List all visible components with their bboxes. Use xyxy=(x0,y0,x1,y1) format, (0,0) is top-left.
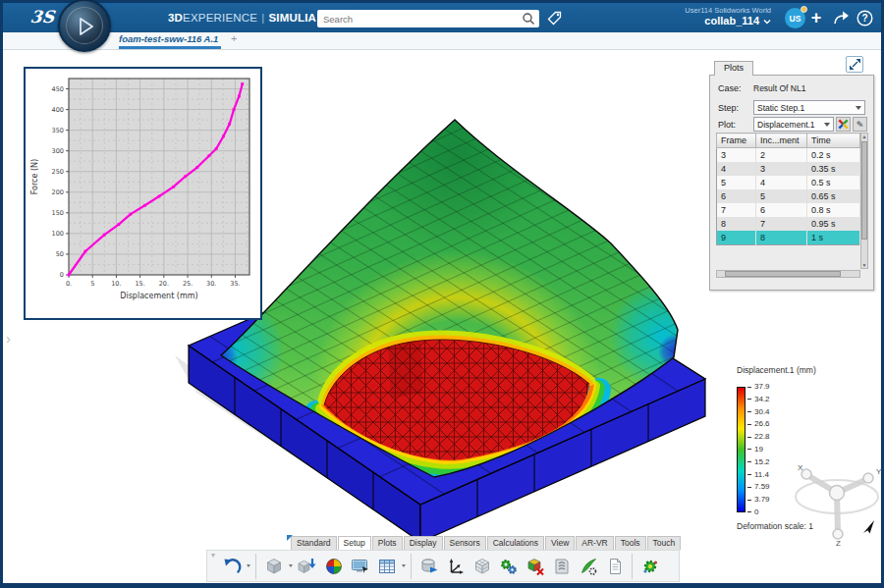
field-data-button[interactable] xyxy=(548,553,575,579)
ribbon-tab-sensors[interactable]: Sensors xyxy=(444,536,486,550)
ribbon-tab-ar-vr[interactable]: AR-VR xyxy=(576,536,613,550)
frame-cell: 8 xyxy=(756,231,807,245)
plots-panel-tab[interactable]: Plots xyxy=(714,61,753,76)
colorbar xyxy=(737,387,746,512)
import-results-button[interactable] xyxy=(294,553,320,579)
legend-tick-label: 7.59 xyxy=(754,483,770,491)
legend-tick-label: 34.2 xyxy=(754,396,770,403)
ribbon-tab-touch[interactable]: Touch xyxy=(647,536,682,550)
column-header[interactable]: Inc...ment xyxy=(756,134,807,148)
data-table-icon xyxy=(377,557,397,576)
table-horizontal-scrollbar[interactable] xyxy=(716,270,860,278)
step-dropdown[interactable]: Static Step.1 xyxy=(753,100,865,115)
plot-dropdown[interactable]: Displacement.1 xyxy=(753,117,834,132)
frame-cell: 4 xyxy=(756,176,807,189)
tools-gear-button[interactable] xyxy=(636,553,663,579)
active-tab-underline xyxy=(119,46,221,49)
case-value: Result Of NL1 xyxy=(753,83,805,93)
open-model-button[interactable] xyxy=(260,553,287,579)
frame-row[interactable]: 430.35 s xyxy=(717,162,860,176)
open-model-dropdown-caret[interactable] xyxy=(287,564,294,567)
frame-cell: 9 xyxy=(717,231,756,245)
force-displacement-panel[interactable]: 0.510.15.20.25.30.35.0501001502002503003… xyxy=(24,67,262,320)
y-tick-label: 50 xyxy=(56,250,64,258)
frame-cell: 0.95 s xyxy=(807,217,860,231)
generate-gears-button[interactable] xyxy=(495,553,522,579)
data-point xyxy=(184,175,187,178)
ribbon-tab-setup[interactable]: Setup xyxy=(338,536,371,550)
tag-icon[interactable] xyxy=(545,9,563,27)
data-point xyxy=(207,154,210,157)
share-icon[interactable] xyxy=(831,9,851,27)
frame-row[interactable]: 870.95 s xyxy=(717,217,860,231)
plot-symbol-button[interactable] xyxy=(836,117,851,132)
plot-sphere-button[interactable] xyxy=(320,553,347,579)
user-info[interactable]: User114 Solidworks World collab_114 xyxy=(685,6,771,27)
report-document-icon xyxy=(605,557,625,576)
ribbon-tab-tools[interactable]: Tools xyxy=(615,536,646,550)
app-window: 3S 3DEXPERIENCE|SIMULIA Physics Results … xyxy=(0,0,884,588)
ribbon-tab-standard[interactable]: Standard xyxy=(291,536,337,550)
frame-row[interactable]: 650.65 s xyxy=(717,189,860,203)
x-tick-label: 10. xyxy=(111,280,121,288)
new-tab-button[interactable]: + xyxy=(231,32,237,44)
step-value: Static Step.1 xyxy=(757,103,804,113)
left-panel-expander[interactable]: › xyxy=(6,334,11,344)
edit-plot-button[interactable]: ✎ xyxy=(853,117,867,132)
data-point xyxy=(103,234,106,237)
export-database-button[interactable] xyxy=(415,553,442,579)
ribbon-tab-display[interactable]: Display xyxy=(404,536,443,550)
report-document-button[interactable] xyxy=(601,553,628,579)
frame-row[interactable]: 981 s xyxy=(717,231,860,245)
data-table-dropdown-caret[interactable] xyxy=(400,564,407,567)
frame-cell: 0.35 s xyxy=(807,162,860,176)
frame-row[interactable]: 760.8 s xyxy=(717,203,860,217)
frame-row[interactable]: 540.5 s xyxy=(717,176,860,189)
y-tick-label: 350 xyxy=(52,127,64,134)
search-input[interactable] xyxy=(317,14,522,25)
data-table-button[interactable] xyxy=(373,553,400,579)
y-tick-label: 250 xyxy=(52,168,64,176)
scroll-up-arrow[interactable]: ▲ xyxy=(861,134,867,139)
column-header[interactable]: Frame xyxy=(717,134,756,148)
undo-button[interactable] xyxy=(218,553,245,579)
data-point xyxy=(130,213,133,216)
frame-cell: 0.8 s xyxy=(807,203,860,217)
avatar[interactable]: US xyxy=(785,8,805,28)
table-vertical-scrollbar[interactable]: ▲ ▼ xyxy=(860,133,868,269)
legend-tick-label: 3.79 xyxy=(754,496,770,504)
data-point xyxy=(195,166,198,169)
search-icon[interactable] xyxy=(522,12,535,26)
ribbon-tab-plots[interactable]: Plots xyxy=(372,536,403,550)
plot-sphere-icon xyxy=(324,557,344,576)
mesh-part-button[interactable] xyxy=(469,553,495,579)
delete-plot-button[interactable] xyxy=(522,553,548,579)
display-capture-button[interactable] xyxy=(347,553,373,579)
data-point xyxy=(241,82,244,85)
ribbon-tab-bar: StandardSetupPlotsDisplaySensorsCalculat… xyxy=(291,535,682,550)
play-icon xyxy=(80,18,93,35)
ribbon-tab-view[interactable]: View xyxy=(545,536,575,550)
frame-row[interactable]: 320.2 s xyxy=(717,148,860,163)
document-tab[interactable]: foam-test-sww-116 A.1 xyxy=(119,33,218,47)
x-tick-label: 5 xyxy=(90,280,94,288)
frame-cell: 4 xyxy=(717,162,756,176)
user-context: User114 Solidworks World xyxy=(685,6,771,15)
ribbon-tab-calculations[interactable]: Calculations xyxy=(487,536,544,550)
compass-button[interactable] xyxy=(58,0,111,52)
add-button[interactable]: + xyxy=(806,8,826,27)
x-tick-label: 15. xyxy=(135,280,144,288)
tools-gear-icon xyxy=(640,557,660,576)
scroll-down-arrow[interactable]: ▼ xyxy=(861,262,867,268)
plots-panel-body: Case: Result Of NL1 Step: Static Step.1 … xyxy=(709,75,874,291)
y-axis-label: Force (N) xyxy=(30,159,39,194)
data-point xyxy=(117,223,120,226)
pencil-icon: ✎ xyxy=(856,120,864,130)
help-icon[interactable]: ? xyxy=(856,9,873,27)
column-header[interactable]: Time xyxy=(807,134,860,148)
toolbar-handle-icon[interactable]: ▾ xyxy=(211,551,215,560)
pointer-cursor-icon xyxy=(860,519,876,535)
annotation-quill-button[interactable] xyxy=(575,553,601,579)
axis-system-button[interactable] xyxy=(442,553,469,579)
undo-dropdown-caret[interactable] xyxy=(245,564,251,567)
